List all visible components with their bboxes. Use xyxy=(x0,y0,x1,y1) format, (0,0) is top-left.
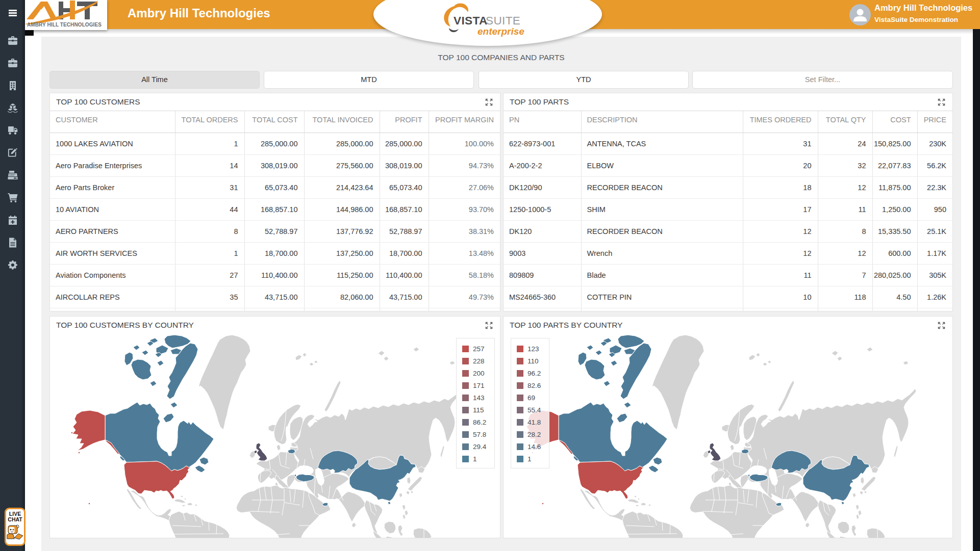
svg-text:VISTA: VISTA xyxy=(454,14,488,27)
svg-text:enterprise: enterprise xyxy=(478,26,524,37)
svg-text:AMBRY HILL TECHNOLOGIES: AMBRY HILL TECHNOLOGIES xyxy=(27,22,102,28)
svg-text:SUITE: SUITE xyxy=(486,14,520,27)
